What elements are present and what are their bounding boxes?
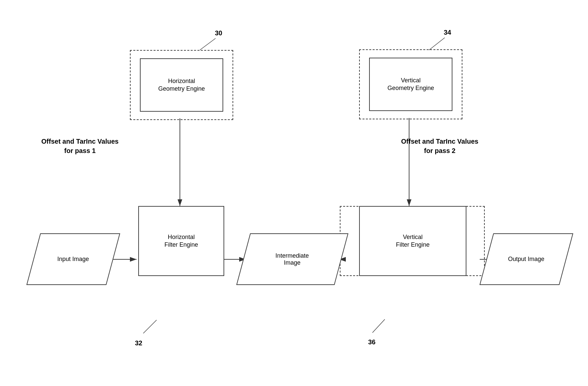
vertical-geometry-label: VerticalGeometry Engine xyxy=(387,77,434,92)
ref-32: 32 xyxy=(135,339,142,347)
input-image-shape: Input Image xyxy=(26,233,120,285)
input-image-label: Input Image xyxy=(57,256,89,263)
output-image-shape: Output Image xyxy=(479,233,573,285)
horizontal-filter-engine-box: HorizontalFilter Engine xyxy=(138,206,224,276)
horizontal-filter-label: HorizontalFilter Engine xyxy=(164,233,198,249)
pass1-label: Offset and TarInc Valuesfor pass 1 xyxy=(33,137,127,155)
vertical-filter-engine-box: VerticalFilter Engine xyxy=(359,206,466,276)
intermediate-image-shape: IntermediateImage xyxy=(236,233,348,285)
ref-36: 36 xyxy=(368,338,375,346)
vertical-filter-label: VerticalFilter Engine xyxy=(396,233,429,249)
svg-line-8 xyxy=(200,38,216,50)
svg-line-10 xyxy=(143,320,157,333)
pass2-label: Offset and TarInc Valuesfor pass 2 xyxy=(393,137,486,155)
intermediate-image-label: IntermediateImage xyxy=(276,252,309,266)
ref-30: 30 xyxy=(215,29,222,37)
svg-line-9 xyxy=(429,38,445,50)
output-image-label: Output Image xyxy=(508,256,544,263)
diagram-container: HorizontalGeometry Engine 30 VerticalGeo… xyxy=(0,0,588,386)
horizontal-geometry-label: HorizontalGeometry Engine xyxy=(158,77,205,93)
svg-line-11 xyxy=(372,319,385,333)
horizontal-geometry-engine-box: HorizontalGeometry Engine xyxy=(140,58,223,112)
ref-34: 34 xyxy=(444,29,451,36)
vertical-geometry-engine-box: VerticalGeometry Engine xyxy=(369,58,452,111)
arrows-svg xyxy=(0,0,588,386)
